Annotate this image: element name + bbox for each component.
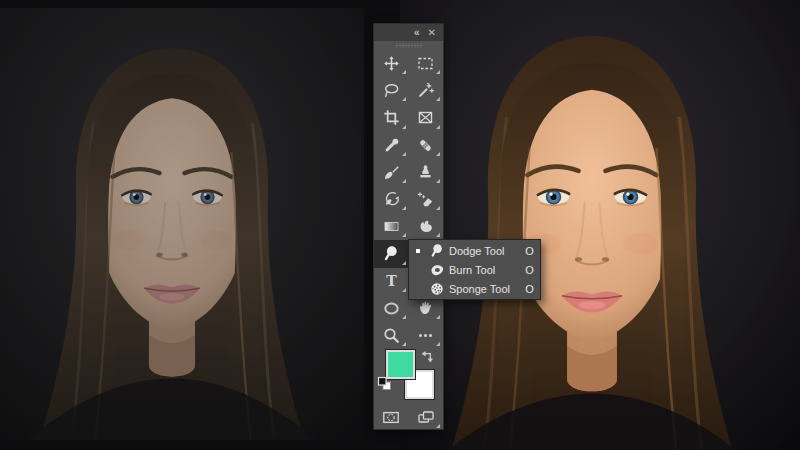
flyout-item-shortcut: O: [522, 264, 537, 276]
spot-healing-brush-tool-button[interactable]: [409, 132, 444, 159]
move-tool-button[interactable]: [374, 50, 409, 77]
gradient-tool-button[interactable]: [374, 213, 409, 240]
marquee-icon: [417, 55, 434, 72]
zoom-tool-button[interactable]: [374, 322, 409, 349]
ellipse-shape-tool-button[interactable]: [374, 295, 409, 322]
eyedropper-icon: [383, 137, 400, 154]
screen-mode-icon: [417, 409, 435, 426]
tools-panel-header: « ✕: [374, 24, 443, 41]
flyout-item-burn-tool[interactable]: Burn Tool O: [409, 260, 540, 279]
canvas-photo-after[interactable]: [400, 0, 800, 450]
smudge-icon: [417, 218, 434, 235]
flyout-item-label: Burn Tool: [449, 264, 519, 276]
lasso-tool-button[interactable]: [374, 77, 409, 104]
brush-tool-button[interactable]: [374, 159, 409, 186]
frame-tool-button[interactable]: [409, 104, 444, 131]
brush-icon: [383, 164, 400, 181]
flyout-item-label: Dodge Tool: [449, 245, 519, 257]
panel-grip[interactable]: [374, 41, 443, 50]
hand-icon: [417, 300, 434, 317]
crop-icon: [383, 109, 400, 126]
tool-grid: T: [374, 50, 443, 349]
color-swatches: [374, 349, 443, 402]
dodge-tool-button[interactable]: [374, 240, 409, 267]
edit-toolbar-button[interactable]: [409, 322, 444, 349]
eraser-icon: [417, 191, 434, 208]
quick-mask-mode-button[interactable]: [374, 404, 409, 431]
dodge-icon: [427, 243, 446, 259]
panel-bottom-row: [374, 404, 443, 431]
current-tool-indicator: [412, 249, 424, 253]
tools-panel: « ✕: [373, 23, 444, 430]
collapse-panel-icon[interactable]: «: [414, 28, 419, 38]
canvas-photo-before[interactable]: [0, 0, 400, 450]
history-brush-tool-button[interactable]: [374, 186, 409, 213]
grip-dots-icon: [395, 43, 423, 48]
type-tool-button[interactable]: T: [374, 268, 409, 295]
rectangular-marquee-tool-button[interactable]: [409, 50, 444, 77]
smudge-tool-button[interactable]: [409, 213, 444, 240]
sponge-icon: [427, 281, 446, 297]
clone-stamp-icon: [417, 164, 434, 181]
screen-mode-button[interactable]: [409, 404, 444, 431]
lasso-icon: [383, 82, 400, 99]
swap-colors-icon[interactable]: [420, 349, 435, 368]
burn-icon: [427, 262, 446, 278]
type-icon: T: [383, 273, 400, 290]
history-brush-icon: [383, 191, 400, 208]
crop-tool-button[interactable]: [374, 104, 409, 131]
flyout-item-sponge-tool[interactable]: Sponge Tool O: [409, 279, 540, 298]
svg-text:T: T: [386, 273, 397, 289]
move-icon: [383, 55, 400, 72]
flyout-item-shortcut: O: [522, 283, 537, 295]
gradient-icon: [383, 218, 400, 235]
flyout-item-label: Sponge Tool: [449, 283, 519, 295]
eyedropper-tool-button[interactable]: [374, 132, 409, 159]
magic-wand-tool-button[interactable]: [409, 77, 444, 104]
photoshop-workspace: « ✕: [0, 0, 800, 450]
flyout-item-dodge-tool[interactable]: Dodge Tool O: [409, 241, 540, 260]
close-panel-icon[interactable]: ✕: [428, 28, 436, 38]
more-tools-icon: [417, 327, 434, 344]
default-colors-icon[interactable]: [377, 376, 392, 395]
ellipse-icon: [383, 300, 400, 317]
dodge-tool-flyout-menu: Dodge Tool O Burn Tool O: [408, 239, 541, 300]
dodge-icon: [382, 245, 400, 263]
magic-eraser-tool-button[interactable]: [409, 186, 444, 213]
foreground-color-swatch[interactable]: [386, 350, 415, 379]
clone-stamp-tool-button[interactable]: [409, 159, 444, 186]
quick-mask-icon: [382, 409, 400, 426]
magic-wand-icon: [417, 82, 434, 99]
flyout-item-shortcut: O: [522, 245, 537, 257]
zoom-icon: [383, 327, 400, 344]
frame-icon: [417, 109, 434, 126]
healing-brush-icon: [417, 137, 434, 154]
